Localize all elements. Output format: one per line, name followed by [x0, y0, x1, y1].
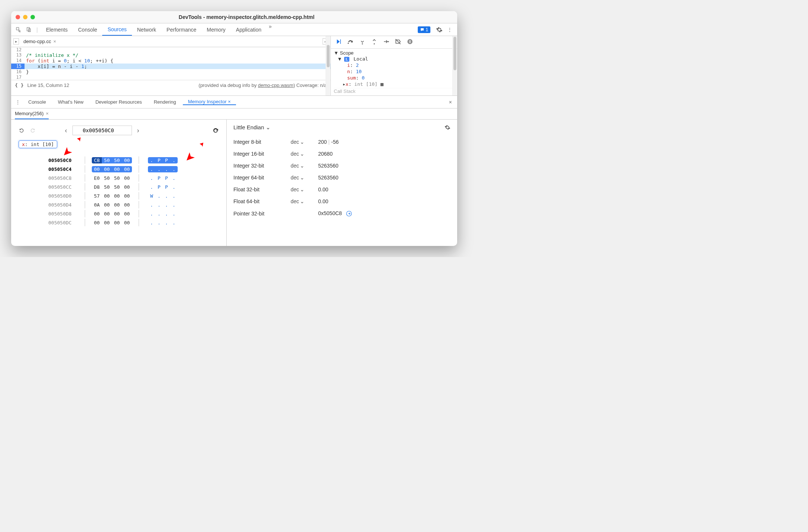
ascii-char[interactable]: .: [170, 157, 178, 163]
hex-byte[interactable]: D8: [92, 184, 102, 190]
hex-byte[interactable]: 00: [122, 157, 132, 163]
ascii-char[interactable]: .: [163, 193, 170, 199]
ascii-char[interactable]: .: [148, 202, 155, 208]
navigator-toggle-icon[interactable]: ▸: [13, 38, 19, 45]
redo-icon[interactable]: [30, 127, 36, 133]
hex-row[interactable]: 005050D40A000000....: [48, 200, 219, 209]
hex-byte[interactable]: 00: [112, 193, 122, 199]
hex-byte[interactable]: 50: [102, 157, 112, 163]
editor-scrollbar[interactable]: [326, 36, 330, 95]
drawer-tab-devres[interactable]: Developer Resources: [90, 99, 147, 105]
fmt-selector[interactable]: dec ⌄: [291, 139, 309, 145]
callstack-header[interactable]: Call Stack: [334, 88, 454, 94]
close-tab-icon[interactable]: ×: [46, 111, 49, 116]
drawer-tab-rendering[interactable]: Rendering: [149, 99, 181, 105]
hex-byte[interactable]: 00: [112, 202, 122, 208]
hex-byte[interactable]: E0: [92, 175, 102, 181]
ascii-char[interactable]: .: [170, 202, 178, 208]
address-input[interactable]: [72, 126, 132, 135]
sidebar-scrollbar[interactable]: [452, 36, 457, 95]
hex-row[interactable]: 005050D057000000W...: [48, 191, 219, 200]
pause-exceptions-icon[interactable]: [407, 38, 413, 46]
ascii-char[interactable]: .: [148, 166, 155, 172]
hex-byte[interactable]: 00: [102, 193, 112, 199]
drawer-tab-whatsnew[interactable]: What's New: [53, 99, 89, 105]
var-sum[interactable]: sum: 0: [334, 75, 454, 81]
hex-byte[interactable]: 50: [112, 157, 122, 163]
hex-row[interactable]: 005050C8E0505000.PP.: [48, 173, 219, 182]
ascii-char[interactable]: W: [148, 193, 155, 199]
hex-byte[interactable]: 00: [122, 211, 132, 217]
var-x[interactable]: ▸x: int [10] ▦: [334, 81, 454, 87]
tabs-overflow[interactable]: »: [266, 23, 274, 36]
hex-byte[interactable]: 50: [102, 184, 112, 190]
hex-row[interactable]: 005050D800000000....: [48, 209, 219, 218]
ascii-char[interactable]: .: [163, 166, 170, 172]
fmt-selector[interactable]: dec ⌄: [291, 163, 309, 169]
hex-byte[interactable]: 50: [112, 184, 122, 190]
device-toggle-icon[interactable]: [25, 25, 33, 34]
hex-byte[interactable]: 00: [102, 202, 112, 208]
hex-byte[interactable]: 00: [112, 211, 122, 217]
step-into-icon[interactable]: [359, 38, 366, 46]
tab-elements[interactable]: Elements: [41, 23, 73, 36]
window-zoom[interactable]: [30, 15, 35, 19]
fmt-selector[interactable]: dec ⌄: [291, 151, 309, 157]
ascii-char[interactable]: .: [170, 220, 178, 226]
ascii-char[interactable]: P: [163, 175, 170, 181]
pretty-print-icon[interactable]: { }: [15, 82, 23, 88]
step-icon[interactable]: [383, 38, 390, 46]
ascii-char[interactable]: .: [148, 175, 155, 181]
endian-selector[interactable]: Little Endian ⌄: [233, 124, 271, 131]
ascii-char[interactable]: .: [155, 166, 163, 172]
hex-grid[interactable]: 005050C0C8505000.PP.005050C400000000....…: [19, 156, 219, 227]
step-out-icon[interactable]: [371, 38, 378, 46]
hex-byte[interactable]: 00: [92, 220, 102, 226]
hex-byte[interactable]: 00: [102, 211, 112, 217]
tab-network[interactable]: Network: [132, 23, 161, 36]
prev-page-icon[interactable]: ‹: [65, 127, 67, 134]
deactivate-breakpoints-icon[interactable]: [395, 38, 401, 46]
fmt-selector[interactable]: dec ⌄: [291, 175, 309, 181]
hex-row[interactable]: 005050CCD8505000.PP.: [48, 182, 219, 191]
ascii-char[interactable]: P: [155, 157, 163, 163]
hex-byte[interactable]: 57: [92, 193, 102, 199]
tab-sources[interactable]: Sources: [102, 23, 132, 36]
ascii-char[interactable]: .: [170, 193, 178, 199]
ascii-char[interactable]: .: [163, 202, 170, 208]
tab-performance[interactable]: Performance: [161, 23, 201, 36]
ascii-char[interactable]: .: [170, 175, 178, 181]
ascii-char[interactable]: .: [148, 184, 155, 190]
ascii-char[interactable]: P: [155, 184, 163, 190]
next-page-icon[interactable]: ›: [137, 127, 139, 134]
close-tab-icon[interactable]: ×: [228, 99, 231, 104]
fmt-selector[interactable]: dec ⌄: [291, 186, 309, 192]
hex-byte[interactable]: 0A: [92, 202, 102, 208]
fmt-selector[interactable]: dec ⌄: [291, 198, 309, 204]
resume-icon[interactable]: [335, 38, 342, 46]
memory-icon[interactable]: ▦: [381, 81, 384, 87]
wasm-link[interactable]: demo-cpp.wasm: [258, 82, 293, 88]
value-settings-icon[interactable]: [445, 124, 450, 130]
hex-byte[interactable]: 00: [122, 193, 132, 199]
hex-byte[interactable]: 00: [102, 166, 112, 172]
hex-byte[interactable]: 00: [122, 184, 132, 190]
hex-byte[interactable]: 00: [122, 220, 132, 226]
drawer-close-icon[interactable]: ×: [447, 99, 454, 105]
hex-byte[interactable]: C8: [92, 157, 102, 163]
hex-byte[interactable]: 00: [92, 211, 102, 217]
window-minimize[interactable]: [23, 15, 28, 19]
ascii-char[interactable]: .: [155, 193, 163, 199]
ascii-char[interactable]: .: [155, 202, 163, 208]
messages-badge[interactable]: 1: [418, 26, 430, 33]
tab-console[interactable]: Console: [73, 23, 102, 36]
ascii-char[interactable]: P: [155, 175, 163, 181]
tab-application[interactable]: Application: [231, 23, 267, 36]
memory-tab[interactable]: Memory(256)×: [15, 108, 49, 119]
hex-byte[interactable]: 50: [112, 175, 122, 181]
hex-byte[interactable]: 00: [112, 220, 122, 226]
code-editor[interactable]: 12 13/* initialize x */ 14for (int i = 0…: [11, 47, 330, 80]
ascii-char[interactable]: .: [148, 157, 155, 163]
ascii-char[interactable]: .: [155, 220, 163, 226]
var-i[interactable]: i: 2: [334, 62, 454, 68]
